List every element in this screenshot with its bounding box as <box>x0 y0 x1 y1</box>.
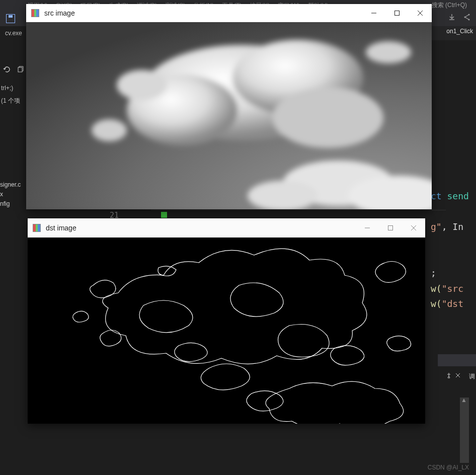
src-titlebar[interactable]: src image <box>26 4 432 22</box>
toolbar-right <box>448 13 471 23</box>
svg-rect-5 <box>18 67 22 72</box>
file-item[interactable]: nfig <box>0 199 21 209</box>
close-icon[interactable] <box>455 372 461 380</box>
svg-point-2 <box>468 19 470 21</box>
copy-icon[interactable] <box>16 65 24 75</box>
scrollbar[interactable] <box>460 398 469 463</box>
panel-controls <box>446 372 461 380</box>
dst-titlebar[interactable]: dst image <box>28 218 425 238</box>
dst-image-window: dst image <box>28 218 425 424</box>
search-box[interactable]: 搜索 (Ctrl+Q) <box>432 1 467 10</box>
close-button[interactable] <box>402 218 425 238</box>
src-image-content <box>26 22 432 209</box>
minimize-button[interactable] <box>356 218 379 238</box>
minimize-button[interactable] <box>362 4 385 22</box>
file-item[interactable]: x <box>0 190 21 199</box>
bottom-tab[interactable]: 调 <box>469 372 475 381</box>
watermark: CSDN @AI_LX <box>428 464 469 471</box>
download-icon[interactable] <box>448 13 456 23</box>
svg-point-0 <box>464 17 466 18</box>
code-fragment: ct send g", In ; w("src w("dst <box>431 189 476 312</box>
pin-icon[interactable] <box>446 372 452 380</box>
save-icon[interactable] <box>6 14 15 23</box>
left-files: signer.c x nfig <box>0 180 21 209</box>
src-image-window: src image <box>26 4 432 209</box>
share-icon[interactable] <box>463 13 471 23</box>
svg-point-1 <box>468 14 470 16</box>
svg-point-12 <box>273 88 383 148</box>
app-icon <box>31 9 39 17</box>
left-tool-icons <box>3 65 24 75</box>
maximize-button[interactable] <box>385 4 409 22</box>
app-icon <box>33 224 41 232</box>
output-scrollbar[interactable] <box>438 354 476 366</box>
tab-main[interactable]: cv.exe <box>0 26 27 40</box>
left-count: (1 个项 <box>1 97 20 105</box>
svg-point-13 <box>117 70 167 100</box>
svg-rect-20 <box>388 226 393 230</box>
dst-image-content <box>28 238 425 424</box>
file-item[interactable]: signer.c <box>0 180 21 190</box>
svg-rect-21 <box>28 238 425 424</box>
dst-title: dst image <box>46 224 76 232</box>
breakpoint-indicator <box>161 212 167 218</box>
src-title: src image <box>44 9 75 17</box>
svg-point-18 <box>366 41 411 63</box>
left-shortcut: trl+;) <box>1 85 13 92</box>
close-button[interactable] <box>409 4 432 22</box>
maximize-button[interactable] <box>379 218 402 238</box>
svg-rect-7 <box>395 11 400 16</box>
tab-breadcrumb: on1_Click <box>446 28 473 35</box>
svg-point-14 <box>92 119 127 141</box>
refresh-icon[interactable] <box>3 65 11 75</box>
